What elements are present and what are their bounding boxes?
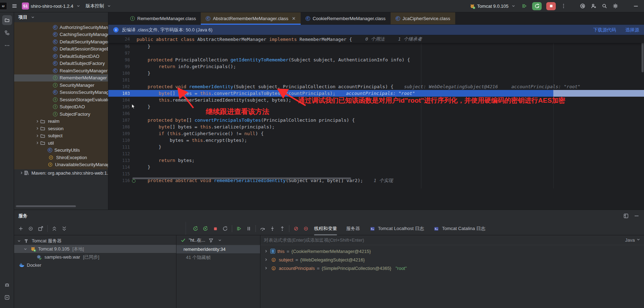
pause-icon[interactable]: [246, 225, 252, 232]
debugger-tab[interactable]: Tomcat Catalina 日志: [433, 222, 486, 235]
project-tree-item[interactable]: util: [14, 139, 108, 147]
line-number[interactable]: 97: [108, 51, 130, 56]
rerun-icon[interactable]: [192, 225, 199, 232]
structure-tool-button[interactable]: [2, 28, 12, 38]
line-number[interactable]: 109: [108, 131, 130, 136]
filter-funnel-icon[interactable]: [208, 237, 214, 243]
collapse-all-icon[interactable]: [61, 225, 67, 232]
service-tree-item[interactable]: Docker: [14, 261, 176, 269]
show-options-icon[interactable]: [28, 225, 34, 232]
line-number[interactable]: 106: [108, 111, 130, 116]
settings-icon[interactable]: [612, 3, 619, 9]
mute-breakpoints-icon[interactable]: [293, 225, 299, 232]
service-tree-item[interactable]: Tomcat 9.0.105[本地]: [14, 245, 176, 253]
resume-program-icon[interactable]: [521, 3, 528, 9]
stack-frame-row[interactable]: 41 个隐藏帧: [176, 253, 260, 261]
variable-row[interactable]: paccountPrincipals = {SimplePrincipalCol…: [260, 264, 644, 272]
line-number[interactable]: 116: [108, 178, 130, 183]
line-number[interactable]: 114: [108, 165, 130, 170]
line-number[interactable]: 101: [108, 78, 130, 83]
editor-tab[interactable]: CCookieRememberMeManager.class: [301, 12, 391, 24]
evaluate-expression-input[interactable]: 对表达式求值(Enter)或添加监视(Ctrl+Shift+Enter)Java: [260, 235, 644, 245]
run-configuration[interactable]: Tomcat 9.0.105: [469, 3, 517, 9]
chevron-down-icon[interactable]: [217, 237, 223, 243]
services-tool-button[interactable]: [2, 292, 12, 302]
project-tree-item[interactable]: CCachingSecurityManager: [14, 31, 108, 38]
line-number[interactable]: 98: [108, 58, 130, 62]
chevron-right-icon[interactable]: [35, 141, 40, 145]
close-tab-icon[interactable]: ✕: [292, 16, 296, 21]
project-tree-item[interactable]: CDefaultSubjectFactory: [14, 60, 108, 67]
variable-row[interactable]: psubject = {WebDelegatingSubject@4216}: [260, 255, 644, 264]
debugger-tab[interactable]: Tomcat Localhost 日志: [369, 222, 424, 235]
project-tree-item[interactable]: CSecurityUtils: [14, 147, 108, 154]
line-number[interactable]: 24: [108, 37, 130, 42]
debug-tool-button[interactable]: [2, 280, 12, 290]
vcs-widget[interactable]: 版本控制: [86, 3, 112, 9]
project-tree-item[interactable]: Maven: org.apache.shiro:shiro-web:1.2.4: [14, 169, 108, 177]
main-menu-icon[interactable]: [11, 3, 18, 9]
line-number[interactable]: 112: [108, 151, 130, 156]
line-number[interactable]: 108: [108, 125, 130, 129]
line-number[interactable]: 110: [108, 138, 130, 143]
rerun-debug-icon[interactable]: [202, 225, 209, 232]
ai-assistant-icon[interactable]: [579, 3, 586, 9]
project-tree-item[interactable]: CRealmSecurityManager: [14, 67, 108, 74]
chevron-right-icon[interactable]: [264, 266, 268, 270]
chevron-right-icon[interactable]: [35, 119, 40, 123]
debugger-tab[interactable]: 线程和变量: [314, 222, 337, 235]
project-tree-item[interactable]: CDefaultSubjectDAO: [14, 53, 108, 60]
rerun-debug-button[interactable]: [532, 2, 542, 10]
chevron-right-icon[interactable]: [35, 134, 40, 138]
stop-small-icon[interactable]: [212, 225, 218, 232]
editor-vscrollbar[interactable]: [642, 40, 644, 72]
service-tree-item[interactable]: Tomcat 服务器: [14, 237, 176, 245]
project-tree-item[interactable]: CDefaultSecurityManager: [14, 38, 108, 46]
download-sources-link[interactable]: 下载源代码: [593, 27, 616, 33]
minimize-icon[interactable]: [633, 3, 639, 9]
chevron-down-icon[interactable]: [23, 247, 28, 251]
project-folder-tool-button[interactable]: [2, 15, 12, 25]
project-tree-item[interactable]: realm: [14, 118, 108, 125]
editor-tab[interactable]: CJcaCipherService.class: [391, 12, 455, 24]
debugger-tab[interactable]: 服务器: [346, 222, 360, 235]
add-icon[interactable]: [18, 225, 24, 232]
line-number[interactable]: 100: [108, 71, 130, 76]
line-number[interactable]: 103: [108, 91, 130, 96]
project-tree-item[interactable]: UnavailableSecurityManagerExcep: [14, 161, 108, 169]
hide-panel-icon[interactable]: [633, 213, 640, 219]
line-number[interactable]: 111: [108, 145, 130, 150]
more-horizontal-tool-button[interactable]: [2, 41, 12, 50]
project-tree-item[interactable]: ISubjectDAO: [14, 103, 108, 111]
line-number[interactable]: 107: [108, 118, 130, 123]
stop-button[interactable]: [546, 2, 556, 10]
step-out-icon[interactable]: [279, 225, 285, 232]
editor-tab[interactable]: CAbstractRememberMeManager.class✕: [201, 12, 301, 24]
more-actions-icon[interactable]: [560, 3, 567, 9]
layout-icon[interactable]: [623, 213, 629, 219]
expand-all-icon[interactable]: [51, 225, 58, 232]
chevron-right-icon[interactable]: [19, 171, 24, 175]
project-widget[interactable]: S1 shiro-shiro-root-1.2.4: [22, 2, 82, 10]
search-icon[interactable]: [601, 3, 608, 9]
stack-frame-row[interactable]: rememberIdentity:34: [176, 245, 260, 253]
project-tree-item[interactable]: CSessionsSecurityManager: [14, 89, 108, 96]
project-tree-item[interactable]: ISecurityManager: [14, 81, 108, 89]
line-number[interactable]: 102: [108, 84, 130, 89]
view-breakpoints-icon[interactable]: [303, 225, 309, 232]
line-number[interactable]: 104: [108, 98, 130, 103]
line-number[interactable]: 99: [108, 64, 130, 69]
line-number[interactable]: 113: [108, 158, 130, 163]
variable-row[interactable]: this = {CookieRememberMeManager@4215}: [260, 247, 644, 255]
project-tree-hscrollbar[interactable]: [16, 205, 76, 207]
open-new-tab-icon[interactable]: [37, 225, 44, 232]
thread-filter-combo[interactable]: "ht..在...: [176, 235, 260, 245]
implementation-marker-icon[interactable]: [132, 179, 136, 183]
step-over-icon[interactable]: [259, 225, 266, 232]
editor-hscrollbar[interactable]: [132, 177, 351, 179]
line-number[interactable]: 96: [108, 44, 130, 49]
project-tree-item[interactable]: IRememberMeManager: [14, 74, 108, 82]
project-tree-item[interactable]: ISubjectFactory: [14, 110, 108, 118]
chevron-down-icon[interactable]: [17, 239, 21, 243]
project-tree-item[interactable]: CAuthorizingSecurityManager: [14, 24, 108, 31]
